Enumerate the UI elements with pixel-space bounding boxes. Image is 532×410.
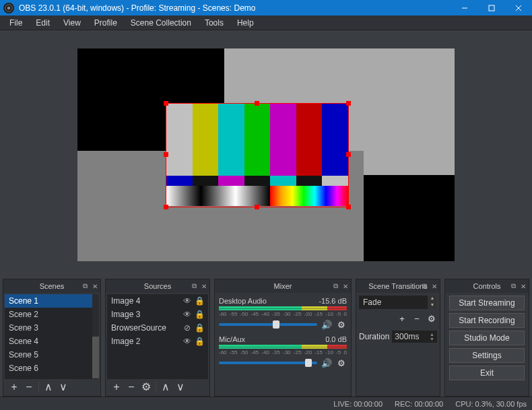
source-item[interactable]: BrowserSource ⊘ 🔒 (107, 321, 208, 335)
controls-dock: Controls ⧉✕ Start StreamingStart Recordi… (444, 279, 529, 397)
close-dock-icon[interactable]: ✕ (341, 283, 349, 290)
resize-handle[interactable] (255, 205, 259, 209)
controls-title: Controls (473, 282, 501, 290)
menu-scene-collection[interactable]: Scene Collection (124, 16, 198, 30)
visibility-toggle-icon[interactable]: 👁 (182, 310, 192, 319)
remove-source-button[interactable]: − (125, 380, 138, 394)
visibility-toggle-icon[interactable]: ⊘ (182, 323, 192, 333)
close-dock-icon[interactable]: ✕ (430, 283, 438, 290)
status-cpu: CPU: 0.3%, 30.00 fps (455, 400, 527, 408)
exit-button[interactable]: Exit (449, 366, 525, 380)
statusbar: LIVE: 00:00:00 REC: 00:00:00 CPU: 0.3%, … (0, 397, 532, 410)
selected-source-outline[interactable] (166, 103, 349, 207)
volume-meter (219, 345, 347, 349)
lock-icon[interactable]: 🔒 (195, 296, 204, 306)
resize-handle[interactable] (255, 101, 259, 106)
transition-select[interactable]: Fade ▲▼ (359, 296, 437, 309)
sources-dock: Sources ⧉✕ Image 4 👁 🔒Image 3 👁 🔒Browser… (105, 279, 210, 397)
scene-up-button[interactable]: ∧ (42, 380, 55, 394)
scene-item[interactable]: Scene 1 (5, 294, 92, 308)
add-source-button[interactable]: + (110, 380, 123, 394)
scene-item[interactable]: Scene 6 (5, 362, 92, 375)
mute-button[interactable]: 🔊 (321, 319, 332, 330)
undock-icon[interactable]: ⧉ (191, 283, 198, 290)
start-recording-button[interactable]: Start Recording (449, 313, 525, 328)
close-dock-icon[interactable]: ✕ (519, 283, 527, 290)
undock-icon[interactable]: ⧉ (332, 283, 339, 290)
menu-help[interactable]: Help (230, 16, 261, 30)
meter-ticks: -60-55-50-45-40-35-30-25-20-15-10-50 (219, 311, 347, 317)
menu-tools[interactable]: Tools (198, 16, 230, 30)
mixer-channel: Desktop Audio-15.6 dB -60-55-50-45-40-35… (219, 297, 347, 330)
channel-name: Desktop Audio (219, 297, 267, 305)
channel-name: Mic/Aux (219, 335, 245, 343)
close-dock-icon[interactable]: ✕ (200, 283, 207, 290)
close-dock-icon[interactable]: ✕ (91, 283, 98, 290)
undock-icon[interactable]: ⧉ (81, 283, 89, 290)
lock-icon[interactable]: 🔒 (195, 337, 204, 346)
maximize-button[interactable] (478, 0, 505, 15)
transition-settings-button[interactable]: ⚙ (426, 313, 437, 324)
volume-slider[interactable] (219, 323, 317, 326)
preview-canvas[interactable] (77, 48, 455, 261)
scene-item[interactable]: Scene 2 (5, 308, 92, 321)
mute-button[interactable]: 🔊 (321, 357, 332, 368)
meter-ticks: -60-55-50-45-40-35-30-25-20-15-10-50 (219, 349, 347, 355)
scrollbar[interactable] (92, 294, 99, 378)
scene-down-button[interactable]: ∨ (57, 380, 70, 394)
mixer-dock: Mixer ⧉✕ Desktop Audio-15.6 dB -60-55-50… (214, 279, 352, 397)
resize-handle[interactable] (164, 205, 168, 209)
minimize-button[interactable] (451, 0, 478, 15)
scenes-dock: Scenes ⧉✕ Scene 1Scene 2Scene 3Scene 4Sc… (3, 279, 101, 397)
source-properties-button[interactable]: ⚙ (139, 380, 153, 394)
menu-profile[interactable]: Profile (88, 16, 124, 30)
resize-handle[interactable] (346, 152, 351, 157)
channel-settings-button[interactable]: ⚙ (336, 319, 347, 330)
visibility-toggle-icon[interactable]: 👁 (182, 337, 192, 346)
resize-handle[interactable] (346, 101, 351, 106)
menu-file[interactable]: File (3, 16, 29, 30)
resize-handle[interactable] (164, 101, 168, 106)
lock-icon[interactable]: 🔒 (195, 323, 204, 333)
preview-area[interactable] (0, 30, 532, 279)
scenes-title: Scenes (40, 282, 65, 290)
settings-button[interactable]: Settings (449, 348, 525, 363)
transitions-dock: Scene Transitions ⧉✕ Fade ▲▼ + − ⚙ Durat… (356, 279, 440, 397)
channel-settings-button[interactable]: ⚙ (336, 357, 347, 368)
source-item[interactable]: Image 2 👁 🔒 (107, 335, 208, 348)
mixer-channel: Mic/Aux0.0 dB -60-55-50-45-40-35-30-25-2… (219, 335, 347, 368)
visibility-toggle-icon[interactable]: 👁 (182, 296, 192, 306)
add-scene-button[interactable]: + (7, 380, 21, 394)
start-streaming-button[interactable]: Start Streaming (449, 296, 525, 310)
status-live: LIVE: 00:00:00 (333, 400, 383, 408)
menu-edit[interactable]: Edit (29, 16, 57, 30)
undock-icon[interactable]: ⧉ (510, 283, 517, 290)
menubar: File Edit View Profile Scene Collection … (0, 15, 532, 30)
scene-item[interactable]: Scene 4 (5, 335, 92, 348)
lock-icon[interactable]: 🔒 (195, 310, 204, 319)
scene-item[interactable]: Scene 5 (5, 348, 92, 362)
undock-icon[interactable]: ⧉ (421, 283, 428, 290)
volume-slider[interactable] (219, 362, 317, 364)
source-up-button[interactable]: ∧ (159, 380, 172, 394)
source-down-button[interactable]: ∨ (174, 380, 187, 394)
scene-item[interactable]: Scene 3 (5, 321, 92, 335)
duration-input[interactable]: 300ms ▲▼ (392, 331, 437, 343)
scenes-list[interactable]: Scene 1Scene 2Scene 3Scene 4Scene 5Scene… (5, 294, 92, 378)
source-item[interactable]: Image 4 👁 🔒 (107, 294, 208, 308)
add-transition-button[interactable]: + (397, 313, 407, 324)
remove-scene-button[interactable]: − (22, 380, 36, 394)
smpte-test-pattern (166, 104, 348, 207)
remove-transition-button[interactable]: − (411, 313, 422, 324)
resize-handle[interactable] (346, 205, 351, 209)
resize-handle[interactable] (164, 152, 168, 157)
menu-view[interactable]: View (57, 16, 88, 30)
gear-icon: ⚙ (141, 380, 151, 393)
studio-mode-button[interactable]: Studio Mode (449, 331, 525, 345)
close-button[interactable] (505, 0, 532, 15)
source-item[interactable]: Image 3 👁 🔒 (107, 308, 208, 321)
volume-meter (219, 306, 347, 310)
sources-title: Sources (144, 282, 171, 290)
sources-list[interactable]: Image 4 👁 🔒Image 3 👁 🔒BrowserSource ⊘ 🔒I… (107, 294, 208, 378)
svg-point-1 (7, 6, 11, 9)
